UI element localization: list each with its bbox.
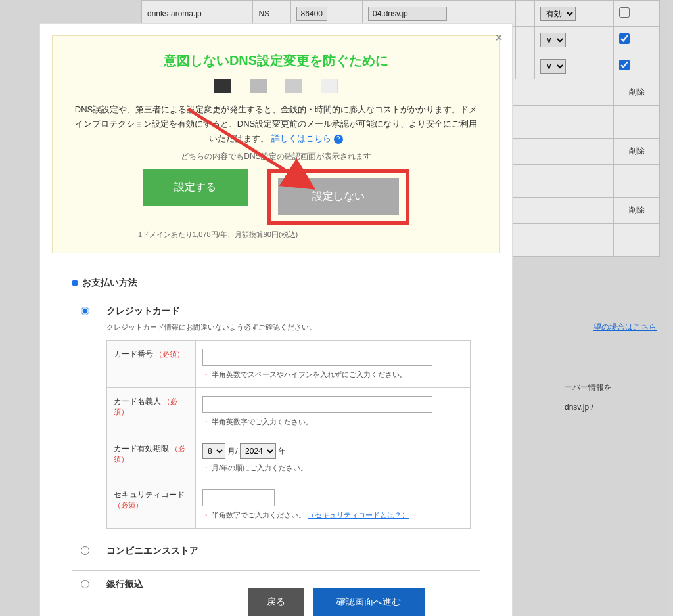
promo-panel: 意図しないDNS設定変更を防ぐために DNS誤設定や、第三者による設定変更が発生… xyxy=(52,35,500,253)
info-icon: ? xyxy=(334,135,343,144)
payment-radio-cvs[interactable] xyxy=(81,546,89,555)
payment-section: お支払い方法 クレジットカード クレジットカード情報にお間違いないよう必ずご確認… xyxy=(52,277,500,604)
back-button[interactable]: 戻る xyxy=(248,588,304,616)
cc-title: クレジットカード xyxy=(106,305,471,317)
payment-radio-cc[interactable] xyxy=(81,307,89,315)
price-note: 1ドメインあたり1,078円/年、月額換算90円(税込) xyxy=(138,230,480,240)
promo-title: 意図しないDNS設定変更を防ぐために xyxy=(72,52,480,70)
payment-option-creditcard: クレジットカード クレジットカード情報にお間違いないよう必ずご確認ください。 カ… xyxy=(72,297,480,537)
close-icon[interactable]: × xyxy=(495,30,503,45)
noset-button[interactable]: 設定しない xyxy=(278,178,399,215)
cc-subtitle: クレジットカード情報にお間違いないよう必ずご確認ください。 xyxy=(106,322,471,332)
card-holder-label: カード名義人 （必須） xyxy=(107,388,196,435)
expiry-month-select[interactable]: 8 xyxy=(202,443,225,459)
brand-icons xyxy=(72,79,480,93)
security-code-label: セキュリティコード （必須） xyxy=(107,481,196,529)
payment-option-cvs[interactable]: コンビニエンスストア xyxy=(72,537,480,570)
promo-detail-link[interactable]: 詳しくはこちら xyxy=(271,133,331,143)
payment-heading: お支払い方法 xyxy=(72,277,480,289)
card-expiry-hint: 月/年の順にご入力ください。 xyxy=(202,463,463,473)
card-holder-input[interactable] xyxy=(202,396,432,413)
card-number-label: カード番号 （必須） xyxy=(107,341,196,388)
card-holder-hint: 半角英数字でご入力ください。 xyxy=(202,417,463,427)
security-code-hint: 半角数字でご入力ください。 （セキュリティコードとは？） xyxy=(202,510,463,520)
cc-form-table: カード番号 （必須） 半角英数でスペースやハイフンを入れずにご入力ください。 カ… xyxy=(106,340,471,529)
promo-note: どちらの内容でもDNS設定の確認画面が表示されます xyxy=(72,151,480,162)
security-code-help-link[interactable]: （セキュリティコードとは？） xyxy=(308,511,409,519)
card-number-input[interactable] xyxy=(202,349,432,366)
card-number-hint: 半角英数でスペースやハイフンを入れずにご入力ください。 xyxy=(202,370,463,380)
set-button[interactable]: 設定する xyxy=(143,169,248,206)
expiry-year-select[interactable]: 2024 xyxy=(240,443,276,459)
promo-body: DNS誤設定や、第三者による設定変更が発生すると、金銭的・時間的に膨大なコストが… xyxy=(72,102,480,146)
confirm-button[interactable]: 確認画面へ進む xyxy=(313,588,425,616)
dns-protection-modal: × 意図しないDNS設定変更を防ぐために DNS誤設定や、第三者による設定変更が… xyxy=(39,23,513,616)
footer-buttons: 戻る 確認画面へ進む xyxy=(0,579,673,616)
card-expiry-label: カード有効期限 （必須） xyxy=(107,435,196,481)
noset-highlight-box: 設定しない xyxy=(267,169,409,225)
security-code-input[interactable] xyxy=(202,489,275,506)
